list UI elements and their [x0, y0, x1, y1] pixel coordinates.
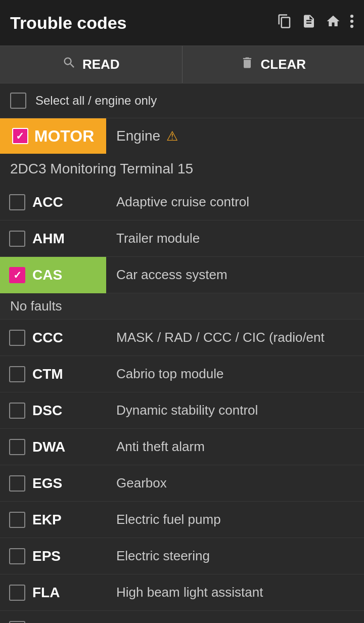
svg-point-1	[350, 19, 353, 22]
clear-label: CLEAR	[260, 57, 306, 72]
list-item[interactable]: EGSGearbox	[0, 465, 364, 502]
list-item[interactable]: ACCAdaptive cruise control	[0, 184, 364, 220]
list-item[interactable]: CTMCabrio top module	[0, 356, 364, 392]
engine-label: Engine ⚠	[106, 128, 364, 144]
read-label: READ	[82, 57, 120, 72]
item-code-ctm: CTM	[32, 366, 63, 382]
item-desc-ekp: Electric fuel pump	[106, 512, 364, 527]
list-item[interactable]: FLAHigh beam light assistant	[0, 574, 364, 611]
select-all-label: Select all / engine only	[35, 94, 157, 108]
item-desc-fla: High beam light assistant	[106, 585, 364, 600]
item-code-ccc: CCC	[32, 330, 63, 346]
select-all-row[interactable]: Select all / engine only	[0, 83, 364, 118]
list-item[interactable]: DWAAnti theft alarm	[0, 429, 364, 465]
subsection-title: 2DC3 Monitoring Terminal 15	[0, 154, 364, 184]
search-icon	[62, 56, 76, 73]
item-code-eps: EPS	[32, 548, 61, 564]
item-checkbox-cas[interactable]	[9, 267, 25, 283]
item-code-acc: ACC	[32, 194, 63, 210]
motor-section: MOTOR Engine ⚠	[0, 118, 364, 154]
item-desc-dsc: Dynamic stability control	[106, 403, 364, 418]
home-icon[interactable]	[326, 14, 341, 32]
document-icon[interactable]	[301, 14, 316, 32]
motor-checkbox[interactable]	[12, 128, 28, 144]
list-item[interactable]: CASCar access system	[0, 257, 364, 293]
list-item[interactable]: EKPElectric fuel pump	[0, 502, 364, 538]
item-checkbox-fla[interactable]	[9, 585, 25, 601]
list-item[interactable]: EPSElectric steering	[0, 538, 364, 574]
item-desc-cas: Car access system	[106, 267, 364, 283]
warning-icon: ⚠	[166, 128, 178, 144]
motor-label: MOTOR	[34, 127, 95, 146]
item-code-ahm: AHM	[32, 231, 65, 247]
motor-badge[interactable]: MOTOR	[0, 118, 106, 154]
item-desc-acc: Adaptive cruise control	[106, 194, 364, 210]
copy-icon[interactable]	[277, 14, 292, 32]
list-item[interactable]: CCCMASK / RAD / CCC / CIC (radio/ent	[0, 320, 364, 356]
item-code-cas: CAS	[32, 267, 62, 283]
item-checkbox-acc[interactable]	[9, 194, 25, 210]
no-faults-label: No faults	[0, 293, 364, 320]
header: Trouble codes	[0, 0, 364, 46]
item-code-ekp: EKP	[32, 512, 62, 528]
toolbar: READ CLEAR	[0, 46, 364, 83]
item-desc-dwa: Anti theft alarm	[106, 439, 364, 455]
read-button[interactable]: READ	[0, 46, 183, 83]
page-title: Trouble codes	[10, 13, 267, 33]
item-checkbox-dwa[interactable]	[9, 439, 25, 455]
item-desc-ahm: Trailer module	[106, 231, 364, 246]
item-checkbox-ctm[interactable]	[9, 366, 25, 382]
item-checkbox-ekp[interactable]	[9, 512, 25, 528]
item-checkbox-ahm[interactable]	[9, 231, 25, 247]
item-code-frm: FRM	[32, 621, 63, 624]
list-item[interactable]: FRMFootwell module (lights)	[0, 611, 364, 623]
clear-button[interactable]: CLEAR	[183, 46, 365, 83]
list-item[interactable]: DSCDynamic stability control	[0, 392, 364, 429]
item-code-fla: FLA	[32, 585, 60, 601]
item-desc-ccc: MASK / RAD / CCC / CIC (radio/ent	[106, 330, 364, 345]
header-icons	[277, 14, 354, 32]
svg-point-2	[350, 24, 353, 27]
item-checkbox-ccc[interactable]	[9, 330, 25, 346]
item-desc-egs: Gearbox	[106, 475, 364, 491]
item-desc-ctm: Cabrio top module	[106, 366, 364, 382]
item-desc-eps: Electric steering	[106, 548, 364, 564]
more-icon[interactable]	[350, 14, 354, 32]
item-code-dsc: DSC	[32, 403, 62, 419]
delete-icon	[240, 56, 254, 73]
item-desc-frm: Footwell module (lights)	[106, 621, 364, 623]
item-code-egs: EGS	[32, 475, 62, 492]
item-checkbox-frm[interactable]	[9, 621, 25, 624]
select-all-checkbox[interactable]	[10, 93, 26, 109]
list-item[interactable]: AHMTrailer module	[0, 220, 364, 257]
item-checkbox-egs[interactable]	[9, 475, 25, 492]
item-code-dwa: DWA	[32, 439, 65, 455]
items-list: ACCAdaptive cruise controlAHMTrailer mod…	[0, 184, 364, 623]
svg-point-0	[350, 14, 353, 17]
item-checkbox-eps[interactable]	[9, 548, 25, 564]
item-checkbox-dsc[interactable]	[9, 403, 25, 419]
